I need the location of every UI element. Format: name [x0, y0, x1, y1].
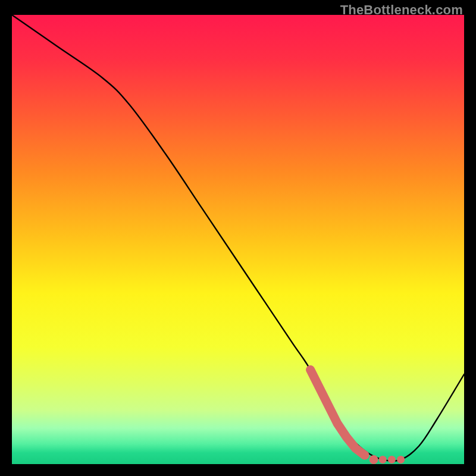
chart-container: TheBottleneck.com	[0, 0, 476, 476]
bottleneck-curve	[12, 15, 464, 461]
highlight-stroke	[311, 369, 365, 455]
highlight-dot	[397, 456, 405, 464]
highlight-dot	[369, 455, 378, 464]
plot-area	[12, 15, 464, 464]
chart-overlay	[12, 15, 464, 464]
highlight-dot	[360, 450, 369, 459]
highlight-markers	[311, 369, 405, 464]
highlight-dot	[379, 456, 387, 464]
highlight-dot	[388, 456, 396, 464]
